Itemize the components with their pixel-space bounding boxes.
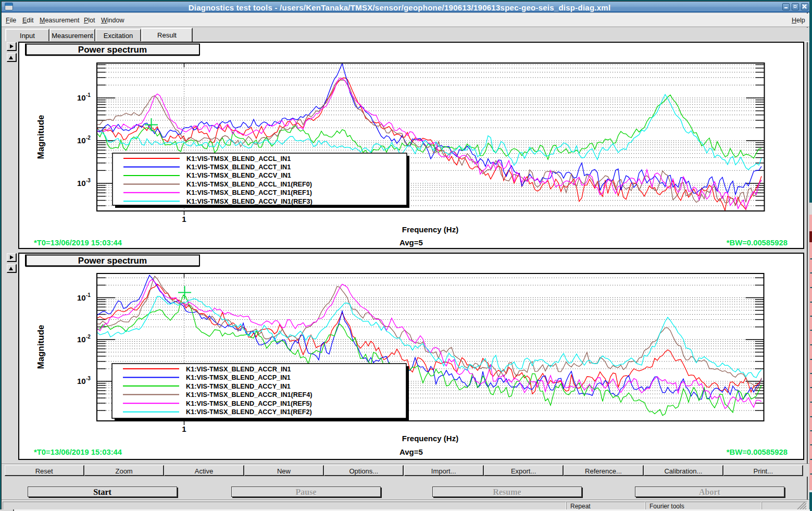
svg-text:Frequency (Hz): Frequency (Hz) — [402, 225, 458, 234]
svg-text:K1:VIS-TMSX_BLEND_ACCL_IN1: K1:VIS-TMSX_BLEND_ACCL_IN1 — [186, 155, 291, 163]
svg-text:-3: -3 — [86, 376, 91, 381]
svg-text:10: 10 — [77, 136, 86, 145]
svg-text:Avg=5: Avg=5 — [399, 447, 423, 456]
svg-text:K1:VIS-TMSX_BLEND_ACCP_IN1(REF: K1:VIS-TMSX_BLEND_ACCP_IN1(REF5) — [186, 400, 312, 407]
svg-text:K1:VIS-TMSX_BLEND_ACCY_IN1: K1:VIS-TMSX_BLEND_ACCY_IN1 — [186, 383, 291, 390]
svg-text:Power spectrum: Power spectrum — [78, 256, 147, 266]
svg-text:1: 1 — [182, 425, 186, 433]
svg-text:K1:VIS-TMSX_BLEND_ACCT_IN1: K1:VIS-TMSX_BLEND_ACCT_IN1 — [186, 164, 291, 171]
svg-text:Power spectrum: Power spectrum — [78, 45, 147, 55]
svg-text:K1:VIS-TMSX_BLEND_ACCP_IN1: K1:VIS-TMSX_BLEND_ACCP_IN1 — [186, 374, 291, 381]
svg-text:Magnitude: Magnitude — [36, 325, 46, 369]
svg-text:-3: -3 — [86, 178, 91, 183]
svg-text:-1: -1 — [86, 292, 91, 298]
svg-text:K1:VIS-TMSX_BLEND_ACCL_IN1(REF: K1:VIS-TMSX_BLEND_ACCL_IN1(REF0) — [186, 181, 312, 188]
svg-text:*BW=0.00585928: *BW=0.00585928 — [727, 239, 788, 247]
svg-text:K1:VIS-TMSX_BLEND_ACCV_IN1: K1:VIS-TMSX_BLEND_ACCV_IN1 — [186, 172, 291, 179]
svg-text:1: 1 — [182, 215, 186, 223]
svg-text:K1:VIS-TMSX_BLEND_ACCY_IN1(REF: K1:VIS-TMSX_BLEND_ACCY_IN1(REF2) — [186, 408, 312, 416]
svg-text:*BW=0.00585928: *BW=0.00585928 — [727, 448, 788, 456]
svg-text:-2: -2 — [86, 135, 91, 141]
svg-text:K1:VIS-TMSX_BLEND_ACCR_IN1: K1:VIS-TMSX_BLEND_ACCR_IN1 — [186, 366, 291, 373]
svg-text:K1:VIS-TMSX_BLEND_ACCT_IN1(REF: K1:VIS-TMSX_BLEND_ACCT_IN1(REF1) — [186, 189, 312, 196]
svg-text:-2: -2 — [86, 334, 91, 340]
svg-text:10: 10 — [77, 377, 86, 385]
svg-text:-1: -1 — [86, 92, 91, 98]
svg-text:Magnitude: Magnitude — [36, 115, 46, 159]
svg-text:*T0=13/06/2019 15:03:44: *T0=13/06/2019 15:03:44 — [34, 448, 122, 456]
svg-text:Avg=5: Avg=5 — [399, 238, 423, 247]
svg-text:10: 10 — [77, 293, 86, 302]
svg-text:10: 10 — [77, 335, 86, 344]
svg-text:Frequency (Hz): Frequency (Hz) — [402, 434, 458, 443]
svg-text:*T0=13/06/2019 15:03:44: *T0=13/06/2019 15:03:44 — [34, 239, 122, 247]
svg-text:K1:VIS-TMSX_BLEND_ACCV_IN1(REF: K1:VIS-TMSX_BLEND_ACCV_IN1(REF3) — [186, 198, 313, 205]
svg-text:10: 10 — [77, 93, 86, 102]
svg-text:10: 10 — [77, 179, 86, 188]
svg-text:K1:VIS-TMSX_BLEND_ACCR_IN1(REF: K1:VIS-TMSX_BLEND_ACCR_IN1(REF4) — [186, 391, 313, 398]
